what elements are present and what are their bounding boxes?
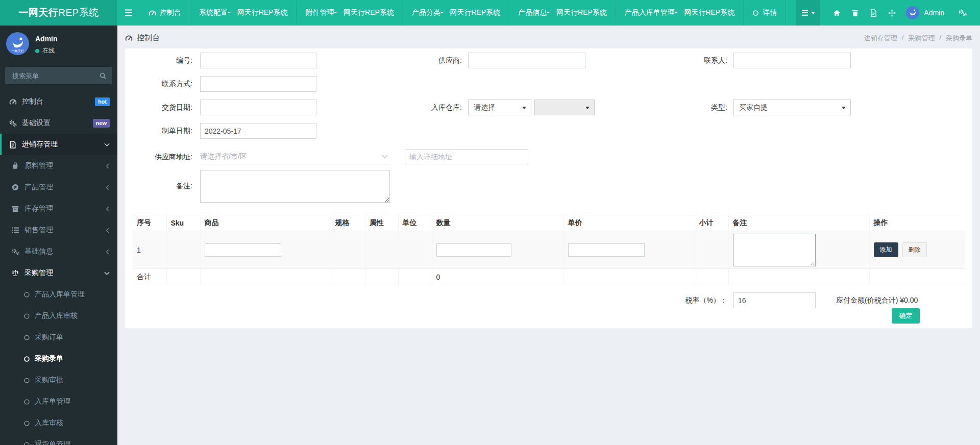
col-header-actions: 操作 (869, 215, 965, 231)
remark-textarea[interactable] (200, 170, 390, 203)
breadcrumb-separator: / (939, 34, 941, 43)
submenu-item-return-mgmt[interactable]: 退货单管理 (0, 434, 117, 445)
list-icon (801, 10, 808, 16)
sidebar-item-raw-material[interactable]: 原料管理 (0, 155, 117, 177)
search-icon[interactable] (100, 72, 106, 79)
sidebar-item-basic-info[interactable]: 基础信息 (0, 241, 117, 262)
breadcrumb-item[interactable]: 进销存管理 (864, 34, 897, 43)
navbar-username[interactable]: Admin (924, 9, 944, 17)
row-unit (398, 231, 432, 269)
settings-button[interactable] (953, 9, 972, 17)
list-icon (10, 227, 20, 233)
brand-light: REP系统 (58, 6, 99, 19)
submenu-item-label: 采购审批 (35, 376, 63, 385)
table-total-row: 合计 0 (133, 269, 965, 285)
clear-cache-button[interactable] (864, 9, 883, 17)
fullscreen-button[interactable] (883, 9, 901, 17)
sidebar-item-stock-mgmt[interactable]: 库存管理 (0, 198, 117, 219)
sidebar-item-label: 产品管理 (24, 183, 53, 192)
submenu-item-purchase-approval[interactable]: 采购审批 (0, 369, 117, 391)
warehouse-select[interactable]: 请选择 (468, 100, 531, 115)
chevron-left-icon (105, 249, 110, 255)
circle-icon (23, 356, 30, 362)
sidebar-item-sales-mgmt[interactable]: 销售管理 (0, 219, 117, 241)
col-header-sku: Sku (166, 215, 200, 231)
sidebar-item-inventory-mgmt[interactable]: 进销存管理 (0, 134, 117, 155)
sidebar-item-label: 原料管理 (24, 161, 53, 170)
row-spec (331, 231, 365, 269)
user-avatar[interactable] (906, 6, 919, 19)
sidebar-item-product-mgmt[interactable]: 产品管理 (0, 177, 117, 198)
nav-tab-console[interactable]: 控制台 (140, 0, 190, 26)
sidebar-item-label: 库存管理 (24, 204, 53, 213)
submenu-item-product-inbound-mgmt[interactable]: 产品入库单管理 (0, 284, 117, 305)
no-input[interactable] (200, 53, 316, 68)
nav-tab-product-inbound[interactable]: 产品入库单管理-一网天行REP系统 (616, 0, 744, 26)
delete-row-button[interactable]: 删除 (902, 242, 927, 257)
trash-icon (852, 9, 859, 17)
breadcrumb-item[interactable]: 采购管理 (908, 34, 935, 43)
line-items-table: 序号 Sku 商品 规格 属性 单位 数量 单价 小计 备注 操作 1 (133, 215, 965, 285)
tabs-list-dropdown-button[interactable] (796, 0, 820, 26)
search-input[interactable] (11, 71, 100, 80)
sidebar-item-label: 基础设置 (22, 118, 51, 128)
submenu-item-purchase-order[interactable]: 采购订单 (0, 327, 117, 348)
delivery-date-label: 交货日期: (125, 100, 192, 115)
qty-input[interactable] (436, 243, 511, 257)
col-header-subtotal: 小计 (695, 215, 728, 231)
nav-tab-product-category[interactable]: 产品分类-一网天行REP系统 (403, 0, 509, 26)
address-detail-input[interactable] (405, 149, 528, 164)
online-dot-icon (35, 49, 39, 53)
breadcrumb-item[interactable]: 采购录单 (946, 34, 972, 43)
submenu-item-product-inbound-audit[interactable]: 产品入库审核 (0, 305, 117, 327)
price-input[interactable] (568, 243, 645, 257)
warehouse-sub-select[interactable] (534, 100, 595, 115)
submenu-item-purchase-entry[interactable]: 采购录单 (0, 348, 117, 369)
nav-tab-label: 产品信息-一网天行REP系统 (518, 8, 606, 17)
sidebar: 一网天行 Admin 在线 控制台 hot 基础设置 new 进销存管理 (0, 26, 117, 445)
sidebar-item-purchase-mgmt[interactable]: 采购管理 (0, 262, 117, 284)
nav-tab-attachment[interactable]: 附件管理-一网天行REP系统 (297, 0, 403, 26)
col-header-remark: 备注 (728, 215, 869, 231)
trash-button[interactable] (846, 9, 864, 17)
sidebar-item-label: 控制台 (22, 97, 43, 106)
submenu-item-inbound-audit[interactable]: 入库审核 (0, 412, 117, 434)
row-remark-textarea[interactable] (733, 234, 816, 266)
delivery-date-input[interactable] (200, 100, 316, 115)
sidebar-item-label: 进销存管理 (22, 140, 58, 149)
total-qty: 0 (432, 269, 564, 285)
brand-logo[interactable]: 一网天行REP系统 (0, 0, 117, 26)
sidebar-item-console[interactable]: 控制台 hot (0, 91, 117, 112)
cogs-icon (10, 248, 20, 256)
sidebar-search (5, 67, 112, 84)
supplier-input[interactable] (468, 53, 585, 68)
brand-bold: 一网天行 (18, 6, 58, 19)
add-row-button[interactable]: 添加 (874, 242, 898, 257)
confirm-button[interactable]: 确定 (892, 308, 920, 324)
type-select[interactable]: 买家自提 (733, 100, 851, 115)
phone-input[interactable] (200, 76, 316, 92)
total-label: 合计 (133, 269, 166, 285)
nav-tab-product-info[interactable]: 产品信息-一网天行REP系统 (509, 0, 616, 26)
submenu-item-inbound-mgmt[interactable]: 入库单管理 (0, 391, 117, 412)
home-button[interactable] (827, 9, 846, 17)
col-header-unit: 单位 (398, 215, 432, 231)
nav-tab-system-config[interactable]: 系统配置-一网天行REP系统 (190, 0, 297, 26)
region-cascader-select[interactable]: 请选择省/市/区 (200, 149, 390, 164)
contact-input[interactable] (733, 53, 851, 68)
caret-down-icon (811, 12, 815, 14)
product-input[interactable] (205, 243, 281, 257)
sidebar-menu: 控制台 hot 基础设置 new 进销存管理 原料管理 产品管理 库存管理 (0, 91, 117, 445)
nav-tab-detail[interactable]: 详情 (744, 0, 786, 26)
circle-icon (752, 10, 759, 16)
cogs-icon (958, 9, 967, 17)
avatar[interactable]: 一网天行 (6, 32, 29, 55)
sidebar-item-basic-settings[interactable]: 基础设置 new (0, 112, 117, 134)
make-date-input[interactable] (200, 123, 316, 139)
page-title: 控制台 (125, 33, 160, 43)
new-badge: new (93, 119, 110, 128)
tax-rate-input[interactable] (733, 292, 816, 308)
sidebar-toggle-button[interactable] (117, 0, 140, 26)
shopping-bag-icon (10, 162, 20, 169)
dashboard-icon (8, 98, 18, 106)
